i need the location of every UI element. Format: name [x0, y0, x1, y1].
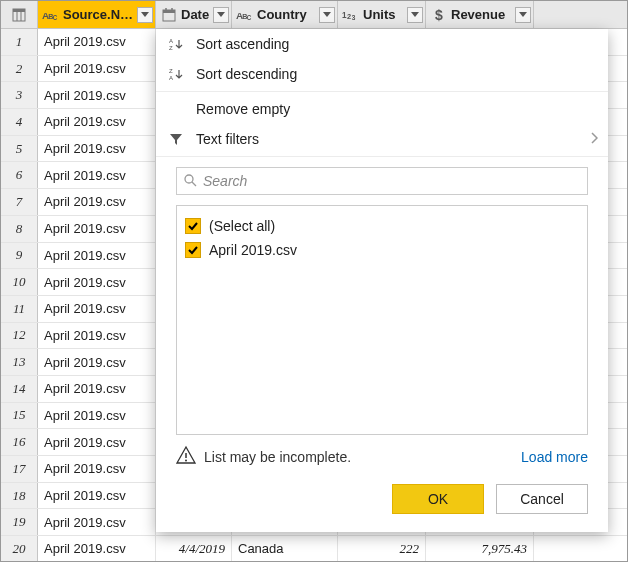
column-filter-button[interactable]: [137, 7, 153, 23]
svg-rect-8: [163, 10, 175, 13]
row-number[interactable]: 17: [1, 456, 38, 482]
row-number[interactable]: 15: [1, 403, 38, 429]
sort-asc-icon: AZ: [166, 37, 186, 51]
remove-empty-item[interactable]: Remove empty: [156, 94, 608, 124]
cell-source[interactable]: April 2019.csv: [38, 162, 156, 188]
row-number[interactable]: 1: [1, 29, 38, 55]
cell-source[interactable]: April 2019.csv: [38, 29, 156, 55]
column-header-country[interactable]: ABC Country: [232, 1, 338, 28]
checkbox-checked-icon[interactable]: [185, 242, 201, 258]
ok-button[interactable]: OK: [392, 484, 484, 514]
search-input[interactable]: [203, 173, 581, 189]
row-number[interactable]: 4: [1, 109, 38, 135]
cell-source[interactable]: April 2019.csv: [38, 456, 156, 482]
cell-source[interactable]: April 2019.csv: [38, 349, 156, 375]
cell-source[interactable]: April 2019.csv: [38, 269, 156, 295]
text-type-icon: ABC: [236, 6, 254, 24]
cell-source[interactable]: April 2019.csv: [38, 536, 156, 562]
select-all-label: (Select all): [209, 218, 275, 234]
cell-source[interactable]: April 2019.csv: [38, 429, 156, 455]
row-number[interactable]: 11: [1, 296, 38, 322]
cancel-button[interactable]: Cancel: [496, 484, 588, 514]
load-more-link[interactable]: Load more: [521, 449, 588, 465]
int-type-icon: 123: [342, 6, 360, 24]
menu-label: Text filters: [196, 131, 580, 147]
column-filter-button[interactable]: [407, 7, 423, 23]
svg-rect-1: [13, 9, 25, 12]
select-all-row[interactable]: (Select all): [185, 214, 579, 238]
cell-source[interactable]: April 2019.csv: [38, 109, 156, 135]
row-number[interactable]: 5: [1, 136, 38, 162]
column-header-source[interactable]: ABC Source.Name: [38, 1, 156, 28]
column-label: Revenue: [451, 7, 512, 22]
column-label: Country: [257, 7, 316, 22]
svg-text:2: 2: [347, 12, 351, 21]
column-label: Units: [363, 7, 404, 22]
column-header-date[interactable]: Date: [156, 1, 232, 28]
search-wrap: [156, 159, 608, 201]
row-number[interactable]: 6: [1, 162, 38, 188]
sort-ascending-item[interactable]: AZ Sort ascending: [156, 29, 608, 59]
row-number[interactable]: 9: [1, 243, 38, 269]
cell-source[interactable]: April 2019.csv: [38, 296, 156, 322]
row-number[interactable]: 18: [1, 483, 38, 509]
cell-country[interactable]: Canada: [232, 536, 338, 562]
cell-source[interactable]: April 2019.csv: [38, 376, 156, 402]
row-number[interactable]: 13: [1, 349, 38, 375]
cell-source[interactable]: April 2019.csv: [38, 216, 156, 242]
row-number[interactable]: 2: [1, 56, 38, 82]
row-number[interactable]: 3: [1, 82, 38, 108]
row-number-header[interactable]: [1, 1, 38, 28]
warning-icon: [176, 445, 196, 468]
cell-revenue[interactable]: 7,975.43: [426, 536, 534, 562]
cell-source[interactable]: April 2019.csv: [38, 403, 156, 429]
row-number[interactable]: 14: [1, 376, 38, 402]
filter-value-row[interactable]: April 2019.csv: [185, 238, 579, 262]
row-number[interactable]: 10: [1, 269, 38, 295]
table-row[interactable]: 20April 2019.csv4/4/2019Canada2227,975.4…: [1, 536, 627, 562]
incomplete-warning-text: List may be incomplete.: [204, 449, 513, 465]
row-number[interactable]: 8: [1, 216, 38, 242]
cell-source[interactable]: April 2019.csv: [38, 483, 156, 509]
cell-source[interactable]: April 2019.csv: [38, 189, 156, 215]
cell-source[interactable]: April 2019.csv: [38, 136, 156, 162]
cell-units[interactable]: 222: [338, 536, 426, 562]
search-box[interactable]: [176, 167, 588, 195]
svg-text:C: C: [53, 14, 58, 21]
column-header-row: ABC Source.Name Date ABC Country 123 Uni…: [1, 1, 627, 29]
sort-descending-item[interactable]: ZA Sort descending: [156, 59, 608, 89]
cell-source[interactable]: April 2019.csv: [38, 509, 156, 535]
text-filters-item[interactable]: Text filters: [156, 124, 608, 154]
cell-source[interactable]: April 2019.csv: [38, 243, 156, 269]
cell-date[interactable]: 4/4/2019: [156, 536, 232, 562]
date-type-icon: [160, 6, 178, 24]
table-icon: [1, 1, 37, 28]
column-header-revenue[interactable]: $ Revenue: [426, 1, 534, 28]
filter-values-list[interactable]: (Select all) April 2019.csv: [176, 205, 588, 435]
row-number[interactable]: 19: [1, 509, 38, 535]
text-type-icon: ABC: [42, 6, 60, 24]
column-filter-button[interactable]: [319, 7, 335, 23]
menu-separator: [156, 91, 608, 92]
incomplete-warning-row: List may be incomplete. Load more: [156, 435, 608, 468]
filter-value-label: April 2019.csv: [209, 242, 297, 258]
row-number[interactable]: 7: [1, 189, 38, 215]
cell-source[interactable]: April 2019.csv: [38, 323, 156, 349]
row-number[interactable]: 16: [1, 429, 38, 455]
row-number[interactable]: 12: [1, 323, 38, 349]
chevron-right-icon: [590, 131, 598, 147]
cell-source[interactable]: April 2019.csv: [38, 56, 156, 82]
svg-text:Z: Z: [169, 45, 173, 51]
menu-label: Sort descending: [196, 66, 598, 82]
svg-text:Z: Z: [169, 68, 173, 74]
menu-label: Sort ascending: [196, 36, 598, 52]
svg-line-22: [192, 182, 196, 186]
svg-point-24: [185, 460, 187, 462]
column-filter-button[interactable]: [213, 7, 229, 23]
button-label: Cancel: [520, 491, 564, 507]
row-number[interactable]: 20: [1, 536, 38, 562]
column-header-units[interactable]: 123 Units: [338, 1, 426, 28]
column-filter-button[interactable]: [515, 7, 531, 23]
checkbox-checked-icon[interactable]: [185, 218, 201, 234]
cell-source[interactable]: April 2019.csv: [38, 82, 156, 108]
